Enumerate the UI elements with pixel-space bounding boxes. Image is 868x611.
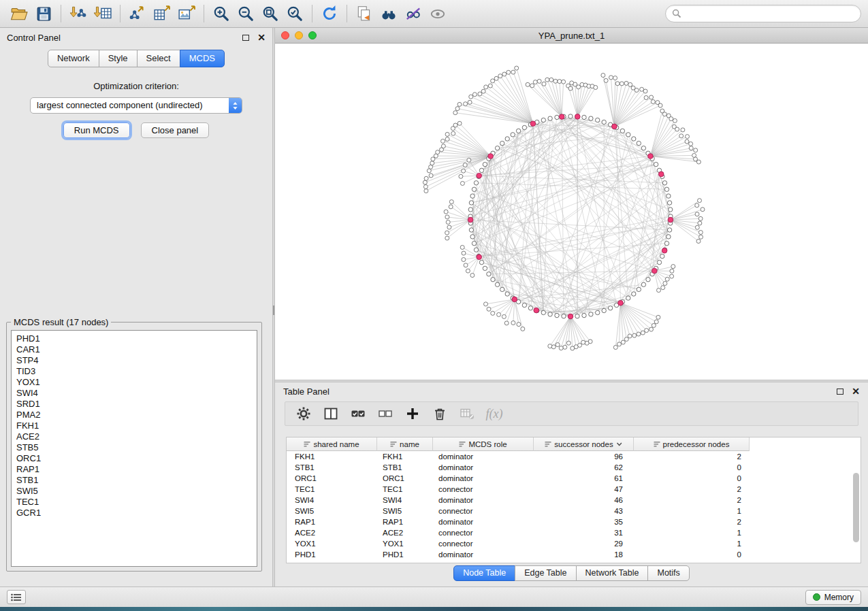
mcds-panel: Optimization criterion: largest connecte… — [0, 81, 272, 138]
import-table-button[interactable] — [91, 2, 115, 25]
mcds-result-node[interactable]: FKH1 — [16, 420, 252, 431]
mcds-result-node[interactable]: PHD1 — [16, 333, 252, 344]
cell-mcds-role: dominator — [433, 518, 534, 526]
column-header-mcds-role[interactable]: MCDS role — [433, 437, 534, 451]
function-icon: f(x) — [486, 407, 503, 421]
maximize-window-icon[interactable] — [308, 31, 317, 39]
delete-row-button[interactable] — [430, 403, 450, 424]
mcds-result-node[interactable]: TID3 — [16, 366, 252, 377]
sort-icon — [459, 441, 466, 448]
import-network-button[interactable] — [66, 2, 91, 25]
table-row[interactable]: SWI5 SWI5 connector 43 1 — [287, 506, 861, 516]
mcds-result-node[interactable]: RAP1 — [16, 464, 252, 475]
copy-document-button[interactable] — [352, 2, 376, 25]
table-row[interactable]: SWI4 SWI4 dominator 46 2 — [287, 495, 861, 506]
add-row-button[interactable] — [402, 403, 423, 424]
table-row[interactable]: RAP1 RAP1 dominator 35 2 — [287, 516, 861, 527]
mcds-result-node[interactable]: GCR1 — [16, 508, 252, 518]
table-panel: Table Panel ✕ — [275, 382, 868, 587]
minimize-window-icon[interactable] — [295, 31, 303, 39]
mcds-result-node[interactable]: SWI5 — [16, 486, 252, 497]
table-row[interactable]: ACE2 ACE2 connector 31 1 — [287, 527, 861, 538]
zoom-out-icon — [237, 5, 255, 22]
find-button[interactable] — [376, 2, 401, 25]
control-panel-tab[interactable]: Style — [99, 50, 138, 67]
float-panel-icon[interactable] — [242, 35, 249, 41]
memory-button[interactable]: Memory — [805, 590, 861, 605]
zoom-out-button[interactable] — [234, 2, 258, 25]
tab-label: MCDS — [189, 53, 215, 63]
table-panel-tab[interactable]: Network Table — [576, 565, 649, 581]
cell-name: ORC1 — [377, 474, 433, 482]
save-button[interactable] — [31, 2, 56, 25]
mcds-result-node[interactable]: YOX1 — [16, 377, 252, 388]
close-panel-icon[interactable]: ✕ — [852, 386, 860, 396]
mcds-result-node[interactable]: ORC1 — [16, 453, 252, 464]
export-image-button[interactable] — [174, 2, 199, 25]
sort-icon — [304, 441, 310, 448]
mcds-result-node[interactable]: TEC1 — [16, 497, 252, 508]
column-header-shared-name[interactable]: shared name — [287, 437, 377, 451]
search-input[interactable] — [685, 9, 854, 19]
mcds-result-node[interactable]: SRD1 — [16, 399, 252, 410]
select-all-button[interactable] — [348, 403, 368, 424]
zoom-in-button[interactable] — [209, 2, 234, 25]
table-panel-tab[interactable]: Node Table — [453, 565, 515, 581]
mcds-result-list[interactable]: PHD1 CAR1 STP4 TID3 YOX1 SWI4 SRD1 PMA2 … — [11, 330, 257, 567]
table-row[interactable]: YOX1 YOX1 connector 29 1 — [287, 538, 861, 549]
float-panel-icon[interactable] — [837, 389, 843, 395]
mcds-result-node[interactable]: STP4 — [16, 355, 252, 366]
close-panel-icon[interactable]: ✕ — [257, 33, 266, 42]
column-header-successor-nodes[interactable]: successor nodes — [534, 437, 634, 451]
refresh-button[interactable] — [317, 2, 342, 25]
cell-successor-nodes: 31 — [534, 529, 634, 537]
mcds-result-node[interactable]: CAR1 — [16, 344, 252, 355]
show-columns-button[interactable] — [321, 403, 341, 424]
zoom-selected-button[interactable] — [283, 2, 307, 25]
table-panel-title: Table Panel — [283, 386, 329, 397]
zoom-fit-button[interactable] — [258, 2, 283, 25]
close-window-icon[interactable] — [281, 31, 289, 39]
mcds-result-node[interactable]: PMA2 — [16, 410, 252, 420]
main-toolbar — [0, 0, 868, 28]
run-mcds-button[interactable]: Run MCDS — [63, 122, 130, 138]
cell-mcds-role: connector — [433, 507, 534, 515]
criterion-dropdown[interactable]: largest connected component (undirected) — [30, 97, 242, 114]
remove-table-button — [457, 403, 477, 424]
column-header-name[interactable]: name — [377, 437, 433, 451]
column-header-predecessor-nodes[interactable]: predecessor nodes — [634, 437, 750, 451]
control-panel-tabs: Network Style Select MCDS — [0, 50, 272, 67]
mcds-result-node[interactable]: SWI4 — [16, 388, 252, 399]
table-row[interactable]: STB1 STB1 dominator 62 0 — [287, 462, 861, 473]
cell-successor-nodes: 96 — [534, 452, 634, 461]
open-file-button[interactable] — [7, 2, 31, 25]
search-box[interactable] — [665, 5, 861, 22]
settings-gear-button[interactable] — [293, 403, 314, 424]
table-row[interactable]: TEC1 TEC1 connector 47 2 — [287, 484, 861, 495]
mcds-result-node[interactable]: STB5 — [16, 442, 252, 453]
table-panel-tab[interactable]: Motifs — [647, 565, 689, 581]
export-network-button[interactable] — [125, 2, 150, 25]
deselect-all-button[interactable] — [375, 403, 396, 424]
table-row[interactable]: ORC1 ORC1 dominator 61 0 — [287, 473, 861, 484]
mcds-result-node[interactable]: ACE2 — [16, 431, 252, 442]
scrollbar-thumb[interactable] — [853, 473, 859, 542]
export-table-button[interactable] — [150, 2, 174, 25]
control-panel-tab[interactable]: Network — [48, 50, 99, 67]
control-panel-tab[interactable]: Select — [137, 50, 180, 67]
mcds-result-node[interactable]: STB1 — [16, 475, 252, 486]
toolbar-separator — [120, 5, 120, 22]
network-titlebar[interactable]: YPA_prune.txt_1 — [275, 28, 868, 44]
table-row[interactable]: FKH1 FKH1 dominator 96 2 — [287, 451, 861, 462]
table-panel-tab[interactable]: Edge Table — [515, 565, 576, 581]
show-panels-button[interactable] — [7, 590, 26, 604]
control-panel-tab[interactable]: MCDS — [180, 50, 225, 67]
table-scrollbar[interactable] — [853, 452, 859, 560]
show-details-button[interactable] — [425, 2, 450, 25]
deselect-all-icon — [377, 406, 393, 422]
close-panel-button[interactable]: Close panel — [141, 122, 210, 138]
network-canvas[interactable] — [275, 44, 868, 380]
hide-details-button[interactable] — [401, 2, 425, 25]
table-row[interactable]: PHD1 PHD1 dominator 18 0 — [287, 549, 861, 560]
cell-name: YOX1 — [377, 540, 433, 548]
